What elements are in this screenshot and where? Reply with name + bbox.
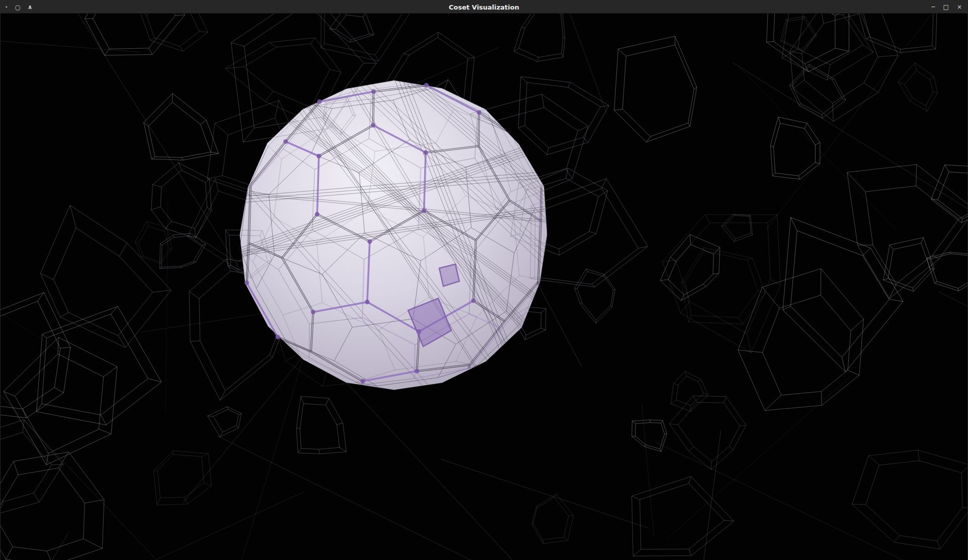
- titlebar[interactable]: • ○ ∧ Coset Visualization ─ □ ×: [1, 1, 967, 14]
- app-window: • ○ ∧ Coset Visualization ─ □ ×: [0, 0, 968, 560]
- chevron-up-icon[interactable]: ∧: [28, 4, 33, 10]
- minimize-button[interactable]: ─: [931, 4, 935, 10]
- viewport[interactable]: [1, 14, 967, 560]
- close-button[interactable]: ×: [957, 4, 962, 10]
- titlebar-left-icons: • ○ ∧: [5, 1, 32, 14]
- window-controls: ─ □ ×: [931, 1, 962, 14]
- coset-3d-canvas[interactable]: [1, 14, 967, 560]
- window-title: Coset Visualization: [449, 3, 519, 11]
- maximize-button[interactable]: □: [943, 4, 949, 10]
- bullet-icon[interactable]: •: [5, 5, 8, 10]
- circle-icon[interactable]: ○: [15, 4, 20, 11]
